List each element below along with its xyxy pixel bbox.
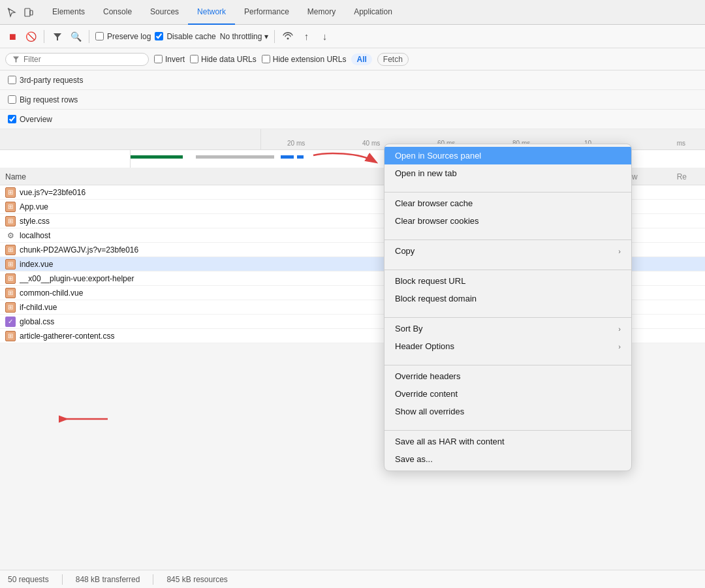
context-menu-item-label: Copy bbox=[395, 246, 415, 256]
network-conditions-icon[interactable] bbox=[281, 29, 295, 44]
context-menu-item[interactable]: Sort By› bbox=[384, 320, 631, 337]
chevron-down-icon: ▾ bbox=[264, 32, 268, 41]
preserve-log-label[interactable]: Preserve log bbox=[95, 32, 151, 41]
toolbar-separator-1 bbox=[44, 30, 44, 43]
context-menu-item[interactable] bbox=[384, 260, 631, 268]
context-menu-item[interactable] bbox=[384, 182, 631, 190]
file-type-icon: ⊞ bbox=[5, 259, 16, 270]
file-type-icon: ⊞ bbox=[5, 216, 16, 226]
clear-button[interactable]: 🚫 bbox=[24, 29, 38, 44]
cursor-icon[interactable] bbox=[5, 6, 18, 19]
svg-marker-3 bbox=[54, 33, 61, 40]
context-menu-item[interactable]: Block request URL bbox=[384, 272, 631, 290]
context-menu-item[interactable]: Block request domain bbox=[384, 290, 631, 307]
options-row-1: 3rd-party requests bbox=[0, 70, 705, 90]
svg-rect-2 bbox=[30, 10, 33, 15]
tab-network[interactable]: Network bbox=[188, 0, 235, 25]
import-icon[interactable]: ↓ bbox=[317, 29, 332, 44]
search-icon[interactable]: 🔍 bbox=[69, 29, 83, 44]
hide-extension-urls-label[interactable]: Hide extension URLs bbox=[262, 55, 347, 64]
bar-blue-2 bbox=[297, 155, 304, 159]
context-menu-separator bbox=[384, 270, 631, 270]
context-menu-separator bbox=[384, 317, 631, 318]
tick-20ms: 20 ms bbox=[287, 140, 305, 147]
context-menu-item-label: Block request domain bbox=[395, 294, 477, 303]
context-menu-item-label: Sort By bbox=[395, 324, 423, 333]
context-menu-separator bbox=[384, 192, 631, 193]
context-menu-item[interactable]: Clear browser cookies bbox=[384, 212, 631, 230]
throttle-selector[interactable]: No throttling ▾ bbox=[220, 32, 269, 41]
context-menu-item[interactable]: Header Options› bbox=[384, 337, 631, 343]
invert-checkbox[interactable] bbox=[154, 55, 163, 63]
export-icon[interactable]: ↑ bbox=[299, 29, 313, 44]
tab-performance[interactable]: Performance bbox=[235, 0, 298, 25]
file-type-icon: ⊞ bbox=[5, 331, 16, 341]
options-row-2: Big request rows bbox=[0, 90, 705, 110]
preserve-log-checkbox[interactable] bbox=[95, 32, 104, 40]
third-party-requests-checkbox[interactable] bbox=[8, 76, 16, 84]
filter-all-button[interactable]: All bbox=[351, 54, 371, 65]
hide-extension-urls-checkbox[interactable] bbox=[262, 55, 270, 63]
toolbar-separator-3 bbox=[274, 30, 275, 43]
svg-marker-5 bbox=[13, 56, 19, 62]
re-column-header: Re bbox=[677, 172, 687, 181]
file-type-icon: ⊞ bbox=[5, 245, 16, 255]
tab-bar: Elements Console Sources Network Perform… bbox=[0, 0, 705, 25]
name-column-header: Name bbox=[5, 172, 136, 181]
tick-40ms: 40 ms bbox=[362, 140, 380, 147]
disable-cache-checkbox[interactable] bbox=[155, 32, 163, 40]
context-menu-item[interactable]: Clear browser cache bbox=[384, 194, 631, 212]
filter-icon[interactable] bbox=[50, 29, 65, 44]
context-menu-item[interactable]: Open in new tab bbox=[384, 164, 631, 182]
bar-gray bbox=[196, 155, 274, 159]
context-menu-item-label: Clear browser cookies bbox=[395, 216, 479, 226]
filter-row: Invert Hide data URLs Hide extension URL… bbox=[0, 48, 705, 70]
context-menu-item-label: Clear browser cache bbox=[395, 198, 473, 208]
file-type-icon: ⊞ bbox=[5, 302, 16, 313]
file-type-icon: ⊞ bbox=[5, 273, 16, 284]
context-menu-item-label: Header Options bbox=[395, 341, 454, 343]
filter-input-wrap bbox=[5, 53, 149, 66]
file-type-icon: ⊞ bbox=[5, 187, 16, 198]
context-menu-item[interactable] bbox=[384, 307, 631, 315]
filter-fetch-button[interactable]: Fetch bbox=[377, 53, 409, 66]
tab-console[interactable]: Console bbox=[94, 0, 141, 25]
toolbar-separator-2 bbox=[89, 30, 89, 43]
disable-cache-label[interactable]: Disable cache bbox=[155, 32, 215, 41]
hide-data-urls-checkbox[interactable] bbox=[190, 55, 198, 63]
overview-checkbox[interactable] bbox=[8, 115, 16, 123]
stop-recording-button[interactable]: ⏹ bbox=[5, 29, 20, 44]
filter-input[interactable] bbox=[24, 55, 142, 64]
third-party-requests-label[interactable]: 3rd-party requests bbox=[8, 76, 83, 85]
svg-point-4 bbox=[287, 37, 289, 39]
context-menu-item-label: Open in Sources panel bbox=[395, 151, 481, 161]
options-row-3: Overview bbox=[0, 110, 705, 129]
network-toolbar: ⏹ 🚫 🔍 Preserve log Disable cache No thro… bbox=[0, 25, 705, 48]
device-icon[interactable] bbox=[22, 6, 35, 19]
tab-elements[interactable]: Elements bbox=[43, 0, 94, 25]
bar-blue-1 bbox=[281, 155, 294, 159]
file-type-icon: ⊞ bbox=[5, 202, 16, 212]
context-menu-item[interactable]: Copy› bbox=[384, 242, 631, 260]
tab-memory[interactable]: Memory bbox=[298, 0, 345, 25]
file-type-icon: ⚙ bbox=[5, 230, 16, 241]
submenu-arrow-icon: › bbox=[618, 247, 621, 255]
context-menu: Open in Sources panelOpen in new tabClea… bbox=[384, 144, 632, 343]
big-request-rows-checkbox[interactable] bbox=[8, 95, 16, 104]
file-type-icon: ✓ bbox=[5, 317, 16, 327]
submenu-arrow-icon: › bbox=[618, 343, 621, 344]
invert-label[interactable]: Invert bbox=[154, 55, 185, 64]
tick-end: ms bbox=[677, 140, 685, 147]
hide-data-urls-label[interactable]: Hide data URLs bbox=[190, 55, 257, 64]
context-menu-item-label: Block request URL bbox=[395, 276, 465, 286]
devtools-icons bbox=[5, 6, 35, 19]
filter-funnel-icon bbox=[12, 55, 20, 63]
tab-application[interactable]: Application bbox=[345, 0, 401, 25]
tab-sources[interactable]: Sources bbox=[141, 0, 188, 25]
context-menu-item[interactable]: Open in Sources panel bbox=[384, 147, 631, 164]
overview-label[interactable]: Overview bbox=[8, 115, 52, 124]
submenu-arrow-icon: › bbox=[618, 325, 621, 333]
context-menu-separator bbox=[384, 240, 631, 240]
context-menu-item[interactable] bbox=[384, 230, 631, 238]
big-request-rows-label[interactable]: Big request rows bbox=[8, 95, 78, 104]
